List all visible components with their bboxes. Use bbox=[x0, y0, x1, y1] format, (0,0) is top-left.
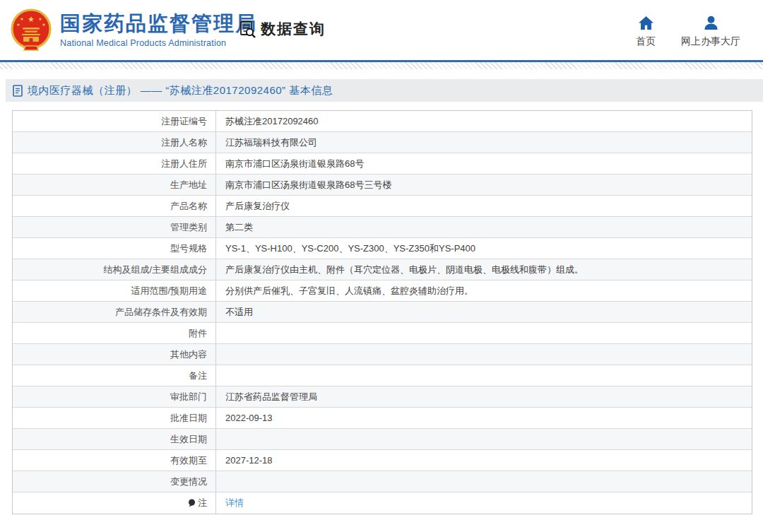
row-label: 批准日期 bbox=[13, 408, 216, 428]
svg-text:★: ★ bbox=[42, 23, 45, 27]
table-row: 备注 bbox=[13, 365, 752, 386]
table-row: 产品名称 产后康复治疗仪 bbox=[13, 196, 752, 217]
row-label: 变更情况 bbox=[13, 471, 216, 492]
svg-text:★: ★ bbox=[38, 17, 42, 21]
row-value: 南京市浦口区汤泉街道银泉路68号三号楼 bbox=[216, 175, 752, 195]
row-value: 产后康复治疗仪由主机、附件（耳穴定位器、电极片、阴道电极、电极线和腹带）组成。 bbox=[216, 259, 752, 280]
table-row: 生产地址 南京市浦口区汤泉街道银泉路68号三号楼 bbox=[13, 175, 752, 196]
row-label: 注册人住所 bbox=[13, 153, 216, 174]
table-row: 审批部门 江苏省药品监督管理局 bbox=[13, 386, 752, 408]
row-value: 详情 bbox=[216, 492, 752, 514]
table-row: 型号规格 YS-1、YS-H100、YS-C200、YS-Z300、YS-Z35… bbox=[13, 238, 752, 259]
nav-home[interactable]: 首页 bbox=[636, 16, 656, 48]
row-label: 注册人名称 bbox=[13, 132, 216, 153]
org-name-en: National Medical Products Administration bbox=[60, 38, 257, 48]
row-value bbox=[216, 429, 752, 449]
hatch-stripe-band bbox=[0, 62, 763, 69]
note-bullet-icon bbox=[188, 499, 196, 507]
nmpa-logo-block[interactable]: ★ ★ ★ ★ ★ 国家药品监督管理局 National Medical Pro… bbox=[10, 8, 257, 52]
site-header: ★ ★ ★ ★ ★ 国家药品监督管理局 National Medical Pro… bbox=[0, 0, 763, 60]
row-label: 备注 bbox=[13, 365, 216, 386]
top-nav: 首页 网上办事大厅 bbox=[636, 16, 740, 48]
row-label: 生产地址 bbox=[13, 175, 216, 195]
row-label: 适用范围/预期用途 bbox=[13, 280, 216, 301]
row-value: 江苏福瑞科技有限公司 bbox=[216, 132, 752, 153]
table-row-note: 注 详情 bbox=[13, 492, 752, 514]
table-row: 注册证编号 苏械注准20172092460 bbox=[13, 111, 752, 132]
note-label: 注 bbox=[198, 497, 207, 509]
table-row: 生效日期 bbox=[13, 429, 752, 450]
row-value: 产后康复治疗仪 bbox=[216, 196, 752, 216]
org-name-cn: 国家药品监督管理局 bbox=[60, 13, 257, 35]
row-value bbox=[216, 323, 752, 343]
row-label: 管理类别 bbox=[13, 217, 216, 237]
national-emblem-icon: ★ ★ ★ ★ ★ bbox=[10, 8, 52, 52]
document-search-icon bbox=[238, 20, 257, 39]
row-value: 2022-09-13 bbox=[216, 408, 752, 428]
row-label: 有效期至 bbox=[13, 450, 216, 471]
row-value: 南京市浦口区汤泉街道银泉路68号 bbox=[216, 153, 752, 174]
table-row: 结构及组成/主要组成成分 产后康复治疗仪由主机、附件（耳穴定位器、电极片、阴道电… bbox=[13, 259, 752, 280]
svg-text:★: ★ bbox=[28, 15, 35, 23]
row-label: 型号规格 bbox=[13, 238, 216, 259]
nav-online-hall-label: 网上办事大厅 bbox=[681, 35, 740, 48]
data-query-label: 数据查询 bbox=[261, 19, 326, 39]
nav-home-label: 首页 bbox=[636, 35, 656, 48]
table-row: 产品储存条件及有效期 不适用 bbox=[13, 302, 752, 323]
row-label: 审批部门 bbox=[13, 386, 216, 407]
table-row: 其他内容 bbox=[13, 344, 752, 365]
table-row: 批准日期 2022-09-13 bbox=[13, 408, 752, 429]
row-label: 结构及组成/主要组成成分 bbox=[13, 259, 216, 280]
table-row: 变更情况 bbox=[13, 471, 752, 492]
person-icon bbox=[703, 16, 719, 30]
table-row: 附件 bbox=[13, 323, 752, 344]
row-label: 注 bbox=[13, 492, 216, 514]
row-value: 第二类 bbox=[216, 217, 752, 237]
row-label: 产品储存条件及有效期 bbox=[13, 302, 216, 322]
row-value: 2027-12-18 bbox=[216, 450, 752, 471]
row-value bbox=[216, 365, 752, 386]
row-label: 附件 bbox=[13, 323, 216, 343]
table-row: 适用范围/预期用途 分别供产后催乳、子宫复旧、人流镇痛、盆腔炎辅助治疗用。 bbox=[13, 280, 752, 302]
row-label: 产品名称 bbox=[13, 196, 216, 216]
row-value: 苏械注准20172092460 bbox=[216, 111, 752, 131]
row-value bbox=[216, 471, 752, 492]
data-query-title[interactable]: 数据查询 bbox=[238, 19, 326, 39]
nav-online-hall[interactable]: 网上办事大厅 bbox=[681, 16, 740, 48]
row-value: 江苏省药品监督管理局 bbox=[216, 386, 752, 407]
document-icon bbox=[13, 85, 23, 97]
row-value: 分别供产后催乳、子宫复旧、人流镇痛、盆腔炎辅助治疗用。 bbox=[216, 280, 752, 301]
row-label: 其他内容 bbox=[13, 344, 216, 365]
row-value bbox=[216, 344, 752, 365]
registration-info-table: 注册证编号 苏械注准20172092460 注册人名称 江苏福瑞科技有限公司 注… bbox=[12, 110, 752, 514]
svg-text:★: ★ bbox=[20, 17, 23, 21]
page-title-bar: 境内医疗器械（注册） —— “苏械注准20172092460” 基本信息 bbox=[6, 79, 763, 102]
org-titles: 国家药品监督管理局 National Medical Products Admi… bbox=[60, 13, 257, 48]
detail-link[interactable]: 详情 bbox=[225, 497, 244, 509]
table-row: 有效期至 2027-12-18 bbox=[13, 450, 752, 471]
table-row: 注册人住所 南京市浦口区汤泉街道银泉路68号 bbox=[13, 153, 752, 175]
page-title: 境内医疗器械（注册） —— “苏械注准20172092460” 基本信息 bbox=[28, 84, 333, 97]
row-value: YS-1、YS-H100、YS-C200、YS-Z300、YS-Z350和YS-… bbox=[216, 238, 752, 259]
row-label: 生效日期 bbox=[13, 429, 216, 449]
table-row: 注册人名称 江苏福瑞科技有限公司 bbox=[13, 132, 752, 153]
table-row: 管理类别 第二类 bbox=[13, 217, 752, 238]
svg-text:★: ★ bbox=[16, 23, 20, 27]
home-icon bbox=[638, 16, 654, 30]
row-value: 不适用 bbox=[216, 302, 752, 322]
row-label: 注册证编号 bbox=[13, 111, 216, 131]
